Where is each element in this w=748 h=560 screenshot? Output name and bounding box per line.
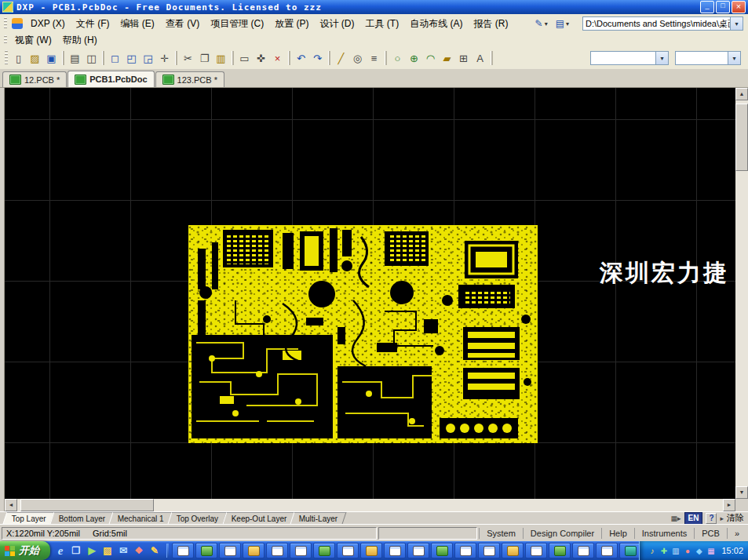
toolbar-separator[interactable] [232,51,234,65]
taskbar-window-button[interactable] [313,543,335,558]
taskbar-window-button[interactable] [619,543,639,558]
language-indicator[interactable]: EN [684,512,703,525]
layer-tab[interactable]: Top Overlay [168,512,228,524]
dropdown-arrow-icon[interactable]: ▾ [728,52,740,64]
zoom-area-icon[interactable]: ◰ [123,50,140,67]
toolbar-separator[interactable] [328,51,330,65]
open-document-icon[interactable]: ▨ [27,50,43,67]
scroll-up-button[interactable]: ▲ [735,88,748,100]
toolbar-gripper[interactable] [4,35,7,45]
scroll-left-button[interactable]: ◄ [5,499,17,511]
taskbar-window-button[interactable] [360,543,382,558]
panel-button[interactable]: » [727,528,746,539]
toolbar-separator[interactable] [288,51,290,65]
taskbar-window-button[interactable] [525,543,547,558]
menu-item[interactable]: 放置 (P) [269,16,314,32]
place-fill-icon[interactable]: ▰ [439,50,455,67]
maximize-button[interactable]: □ [716,1,730,13]
toolbar-separator[interactable] [102,51,104,65]
zoom-selection-icon[interactable]: ◲ [140,50,156,67]
menu-item[interactable]: 工具 (T) [359,16,404,32]
dropdown-arrow-icon[interactable]: ▾ [655,52,668,64]
taskbar-window-button[interactable] [596,543,618,558]
media-player-icon[interactable]: ▶ [85,544,99,558]
panel-button[interactable]: Instruments [634,528,694,539]
layer-tab[interactable]: Bottom Layer [49,512,114,524]
redo-icon[interactable]: ↷ [309,50,326,67]
taskbar-window-button[interactable] [172,543,194,558]
menu-item[interactable]: DXP (X) [25,16,71,31]
menu-item[interactable]: 设计 (D) [314,16,359,32]
menu-item[interactable]: 自动布线 (A) [404,16,468,32]
taskbar-window-button[interactable] [502,543,524,558]
minimize-button[interactable]: _ [700,1,714,13]
cut-icon[interactable]: ✂ [180,50,196,67]
taskbar-window-button[interactable] [266,543,288,558]
vertical-scrollbar-thumb[interactable] [735,104,748,171]
toolbar-gripper[interactable] [5,50,8,66]
place-circle-icon[interactable]: ○ [389,50,406,67]
taskbar-window-button[interactable] [454,543,476,558]
show-desktop-icon[interactable]: ❐ [69,544,83,558]
utilities-tool-icon[interactable]: ▤ ▾ [553,17,571,30]
net-combo[interactable]: ▾ [675,51,741,65]
horizontal-scrollbar-thumb[interactable] [20,499,154,511]
antivirus-tray-icon[interactable]: ✚ [659,547,669,555]
update-tray-icon[interactable]: ◆ [694,547,704,555]
print-preview-icon[interactable]: ◫ [83,50,100,67]
layer-tab[interactable]: Mechanical 1 [109,512,173,524]
toolbar-separator[interactable] [385,51,387,65]
dropdown-arrow-icon[interactable]: ▾ [566,20,569,27]
taskbar-window-button[interactable] [195,543,217,558]
place-line-icon[interactable]: ╱ [333,50,349,67]
copy-icon[interactable]: ❐ [196,50,213,67]
document-tab[interactable]: 123.PCB * [155,71,224,87]
place-pad-icon[interactable]: ⊕ [406,50,422,67]
taskbar-window-button[interactable] [407,543,429,558]
document-tab[interactable]: 12.PCB * [2,71,67,87]
clear-label[interactable]: 清除 [727,512,744,524]
move-icon[interactable]: ✜ [253,50,269,67]
taskbar-window-button[interactable] [384,543,406,558]
expand-arrow-icon[interactable]: ▸ [677,515,681,522]
new-document-icon[interactable]: ▯ [10,50,27,67]
taskbar-window-button[interactable] [549,543,571,558]
mail-icon[interactable]: ✉ [116,544,130,558]
taskbar-window-button[interactable] [337,543,359,558]
panel-button[interactable]: Design Compiler [523,528,601,539]
scroll-down-button[interactable]: ▼ [735,486,748,499]
toolbar-separator[interactable] [62,51,64,65]
panel-button[interactable]: PCB [694,528,727,539]
toolbar-gripper[interactable] [4,17,7,31]
address-combo[interactable]: D:\Documents and Settings\midea\桌面 ▾ [582,16,743,31]
select-area-icon[interactable]: ▭ [236,50,253,67]
dropdown-arrow-icon[interactable]: ▾ [730,17,743,30]
layer-tab[interactable]: Top Layer [3,512,56,524]
print-icon[interactable]: ▤ [67,50,83,67]
report-icon[interactable]: ≡ [366,50,382,67]
document-tab[interactable]: PCB1.PcbDoc [68,71,154,87]
footprint-combo[interactable]: ▾ [590,51,669,65]
menu-item[interactable]: 查看 (V) [160,16,205,32]
toolbar-separator[interactable] [175,51,177,65]
layer-tab[interactable]: Keep-Out Layer [222,512,295,524]
panel-button[interactable]: Help [601,528,634,539]
save-icon[interactable]: ▣ [43,50,60,67]
clear-selection-icon[interactable]: × [269,50,286,67]
panel-button[interactable]: System [479,528,523,539]
start-button[interactable]: 开始 [0,541,50,560]
folder-icon[interactable]: ▨ [100,544,115,558]
paste-icon[interactable]: ▥ [213,50,229,67]
language-help-button[interactable]: ? [706,513,717,524]
dropdown-arrow-icon[interactable]: ▾ [545,20,548,27]
menu-item[interactable]: 文件 (F) [71,16,115,32]
input-tray-icon[interactable]: ▦ [706,547,716,555]
taskbar-window-button[interactable] [431,543,453,558]
magnifier-icon[interactable]: ◎ [349,50,366,67]
menu-item[interactable]: 帮助 (H) [57,32,103,49]
close-button[interactable]: × [732,1,746,13]
messenger-tray-icon[interactable]: ● [682,547,692,555]
internet-explorer-icon[interactable]: e [53,544,68,558]
taskbar-window-button[interactable] [243,543,265,558]
scroll-right-button[interactable]: ► [723,499,735,511]
